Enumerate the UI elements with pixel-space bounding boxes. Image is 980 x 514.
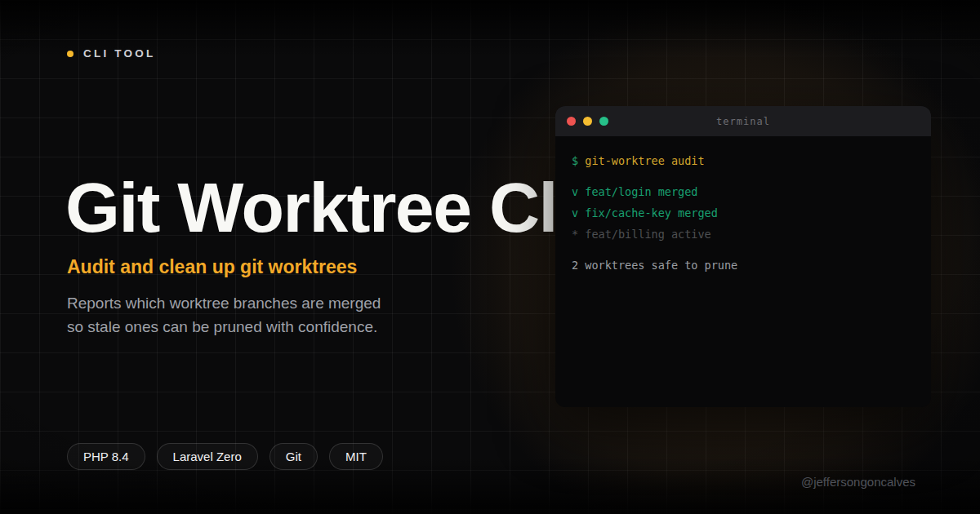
prompt-symbol: $ (572, 154, 585, 167)
hero-subtitle: Audit and clean up git worktrees (67, 256, 357, 278)
badge-php: PHP 8.4 (67, 443, 145, 470)
badge-mit: MIT (329, 443, 383, 470)
hero-description-line: Reports which worktree branches are merg… (67, 291, 381, 315)
terminal-window: terminal $ git-worktree audit v feat/log… (555, 106, 931, 407)
terminal-output-line: v fix/cache-key merged (572, 202, 915, 224)
badge-laravel-zero: Laravel Zero (157, 443, 258, 470)
badge-row: PHP 8.4 Laravel Zero Git MIT (67, 443, 383, 470)
eyebrow-label: CLI TOOL (83, 47, 155, 60)
terminal-summary-line: 2 worktrees safe to prune (572, 255, 915, 276)
terminal-blank-line (572, 171, 915, 181)
terminal-command-line: $ git-worktree audit (572, 150, 915, 171)
author-handle: @jeffersongoncalves (801, 475, 915, 489)
terminal-output-line: v feat/login merged (572, 181, 915, 202)
badge-git: Git (270, 443, 318, 470)
social-card: CLI TOOL Git Worktree Cl Audit and clean… (0, 0, 980, 514)
terminal-title: terminal (555, 116, 931, 127)
bullet-dot-icon (67, 51, 74, 57)
command-text: git-worktree audit (585, 154, 704, 167)
eyebrow: CLI TOOL (67, 47, 155, 60)
terminal-output-line: * feat/billing active (572, 224, 915, 245)
hero-description: Reports which worktree branches are merg… (67, 291, 381, 339)
hero-description-line: so stale ones can be pruned with confide… (67, 315, 381, 339)
terminal-body: $ git-worktree audit v feat/login merged… (555, 136, 931, 290)
page-title: Git Worktree Cl (65, 172, 557, 242)
terminal-titlebar: terminal (555, 106, 931, 136)
